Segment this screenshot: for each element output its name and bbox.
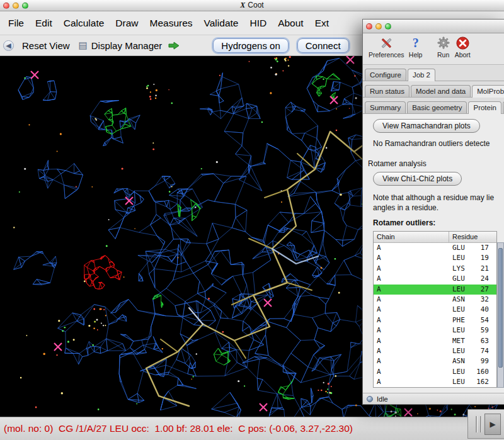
tab-molprobit[interactable]: MolProbit bbox=[472, 85, 504, 98]
drawer-grip[interactable] bbox=[476, 416, 477, 432]
menu-validate[interactable]: Validate bbox=[198, 18, 244, 29]
section-tabs: SummaryBasic geometryProteinC bbox=[363, 98, 504, 114]
dialog-minimize-button[interactable] bbox=[375, 23, 382, 30]
residue-cell: ASN99 bbox=[449, 356, 496, 366]
table-row[interactable]: ALYS21 bbox=[374, 264, 496, 274]
preferences-tools-icon bbox=[379, 35, 394, 50]
rotamer-outliers-table: Chain Residue AGLU17ALEU19ALYS21AGLU24AL… bbox=[373, 231, 504, 388]
table-header-row: Chain Residue bbox=[374, 232, 496, 243]
residue-cell: GLU17 bbox=[449, 243, 496, 253]
menu-measures[interactable]: Measures bbox=[144, 18, 198, 29]
dialog-window-controls bbox=[363, 23, 391, 30]
drawer-grip[interactable] bbox=[480, 416, 481, 432]
reset-view-button[interactable]: Reset View bbox=[19, 40, 73, 51]
table-row[interactable]: ALEU59 bbox=[374, 325, 496, 336]
chain-cell: A bbox=[374, 325, 449, 336]
go-arrow-icon[interactable] bbox=[168, 42, 180, 50]
main-window-controls bbox=[0, 3, 28, 9]
run-gear-icon bbox=[436, 35, 451, 50]
help-button[interactable]: ? Help bbox=[408, 35, 423, 59]
rotamer-note-line1: Note that although a residue may lie bbox=[373, 193, 504, 202]
table-scrollbar-thumb[interactable] bbox=[498, 248, 503, 368]
dialog-titlebar bbox=[363, 20, 504, 33]
table-row[interactable]: AGLU17 bbox=[374, 243, 496, 253]
molprobity-dialog: Preferences ? Help Run bbox=[362, 19, 504, 405]
view-ramachandran-plots-button[interactable]: View Ramachandran plots bbox=[373, 119, 480, 133]
table-row[interactable]: AASN32 bbox=[374, 295, 496, 305]
dialog-statusbar: Idle bbox=[363, 393, 504, 404]
ramachandran-status-text: No Ramachandran outliers detecte bbox=[373, 139, 504, 148]
abort-icon bbox=[455, 35, 470, 50]
chain-cell: A bbox=[374, 356, 449, 366]
table-row[interactable]: ALEU27 bbox=[374, 285, 496, 295]
residue-cell: LEU40 bbox=[449, 305, 496, 315]
table-row[interactable]: ALEU160 bbox=[374, 367, 496, 377]
table-row[interactable]: ALEU74 bbox=[374, 346, 496, 356]
main-statusbar: (mol. no: 0) CG /1/A/27 LEU occ: 1.00 bf… bbox=[0, 417, 504, 440]
menu-draw[interactable]: Draw bbox=[110, 18, 144, 29]
menu-ext[interactable]: Ext bbox=[309, 18, 335, 29]
tab-job-2[interactable]: Job 2 bbox=[408, 69, 435, 81]
display-manager-icon: ▤ bbox=[79, 40, 88, 51]
zoom-button[interactable] bbox=[22, 3, 28, 9]
table-scrollbar[interactable] bbox=[497, 242, 504, 388]
residue-cell: GLU24 bbox=[449, 274, 496, 284]
tab-run-status[interactable]: Run status bbox=[365, 85, 410, 97]
menu-calculate[interactable]: Calculate bbox=[58, 18, 110, 29]
connect-button[interactable]: Connect bbox=[297, 38, 349, 53]
close-button[interactable] bbox=[3, 3, 9, 9]
validation-tabs: Run statusModel and dataMolProbit bbox=[363, 81, 504, 98]
residue-column-header[interactable]: Residue bbox=[449, 232, 496, 243]
table-row[interactable]: AMET63 bbox=[374, 336, 496, 346]
residue-cell: LEU162 bbox=[449, 377, 496, 387]
residue-cell: LEU27 bbox=[449, 285, 496, 295]
rotamer-analysis-label: Rotamer analysis bbox=[368, 159, 504, 168]
abort-button[interactable]: Abort bbox=[455, 35, 471, 59]
table-row[interactable]: AASN99 bbox=[374, 356, 496, 366]
residue-cell: LEU160 bbox=[449, 367, 496, 377]
residue-cell: MET63 bbox=[449, 336, 496, 346]
chain-cell: A bbox=[374, 243, 449, 253]
table-row[interactable]: AGLU24 bbox=[374, 274, 496, 284]
chain-cell: A bbox=[374, 253, 449, 263]
hydrogens-toggle-button[interactable]: Hydrogens on bbox=[213, 38, 288, 53]
tab-model-and-data[interactable]: Model and data bbox=[411, 85, 471, 97]
table-row[interactable]: ALEU162 bbox=[374, 377, 496, 387]
chain-column-header[interactable]: Chain bbox=[374, 232, 449, 243]
table-row[interactable]: ALEU40 bbox=[374, 305, 496, 315]
tab-summary[interactable]: Summary bbox=[365, 101, 406, 113]
help-question-icon: ? bbox=[408, 35, 423, 50]
protein-tab-content: View Ramachandran plots No Ramachandran … bbox=[363, 114, 504, 393]
dialog-zoom-button[interactable] bbox=[385, 23, 391, 30]
menu-about[interactable]: About bbox=[272, 18, 309, 29]
dialog-tabs: ConfigureJob 2 bbox=[363, 65, 504, 81]
tab-basic-geometry[interactable]: Basic geometry bbox=[407, 101, 467, 113]
menu-hid[interactable]: HID bbox=[244, 18, 272, 29]
drawer-expand-button[interactable]: ▶ bbox=[484, 414, 501, 435]
minimize-button[interactable] bbox=[13, 3, 19, 9]
residue-cell: LEU19 bbox=[449, 253, 496, 263]
residue-cell: LYS21 bbox=[449, 264, 496, 274]
toolbar-overflow-drawer: ▶ bbox=[467, 409, 504, 439]
chain-cell: A bbox=[374, 295, 449, 305]
run-button[interactable]: Run bbox=[436, 35, 451, 59]
dialog-close-button[interactable] bbox=[366, 23, 372, 30]
rotamer-note-line2: angles in a residue. bbox=[373, 203, 504, 212]
status-sphere-icon bbox=[367, 396, 373, 402]
view-chi1-chi2-plots-button[interactable]: View Chi1-Chi2 plots bbox=[373, 172, 462, 186]
display-manager-button[interactable]: ▤ Display Manager bbox=[76, 40, 166, 51]
chain-cell: A bbox=[374, 336, 449, 346]
menu-file[interactable]: File bbox=[3, 18, 30, 29]
dialog-status-text: Idle bbox=[377, 395, 388, 403]
table-body: AGLU17ALEU19ALYS21AGLU24ALEU27AASN32ALEU… bbox=[374, 243, 496, 387]
main-titlebar: XCoot bbox=[0, 0, 504, 11]
table-row[interactable]: ALEU19 bbox=[374, 253, 496, 263]
chain-cell: A bbox=[374, 377, 449, 387]
table-row[interactable]: APHE54 bbox=[374, 315, 496, 325]
preferences-button[interactable]: Preferences bbox=[369, 35, 404, 59]
tab-configure[interactable]: Configure bbox=[365, 69, 406, 81]
undo-view-icon[interactable]: ◀ bbox=[3, 40, 14, 51]
menu-edit[interactable]: Edit bbox=[30, 18, 58, 29]
tab-protein[interactable]: Protein bbox=[468, 101, 501, 114]
chain-cell: A bbox=[374, 367, 449, 377]
